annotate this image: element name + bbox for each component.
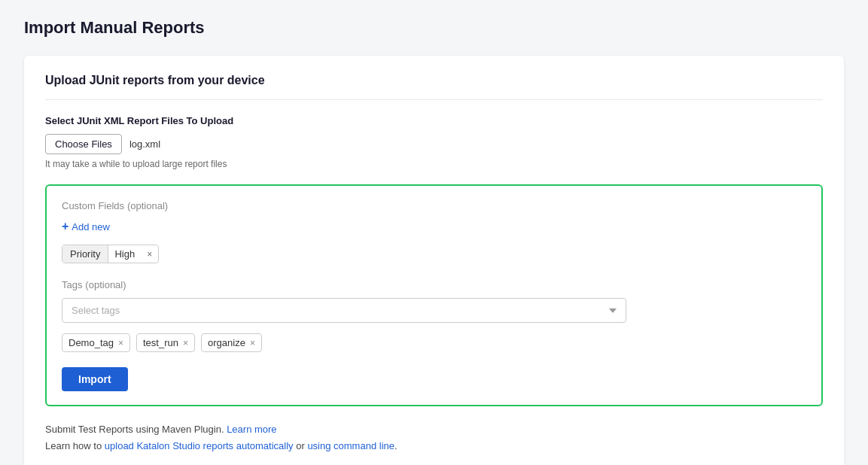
custom-fields-list: Priority High ×	[62, 245, 806, 263]
field-chip-value: High	[108, 245, 141, 263]
file-name: log.xml	[129, 138, 160, 150]
tag-chip: organize ×	[201, 333, 262, 352]
import-button[interactable]: Import	[62, 367, 128, 391]
tag-chip-close-icon[interactable]: ×	[118, 339, 123, 348]
field-chip-key: Priority	[62, 245, 108, 263]
tags-chips-row: Demo_tag × test_run × organize ×	[62, 333, 806, 352]
add-new-label: Add new	[72, 221, 110, 232]
footer-text1: Submit Test Reports using Maven Plugin.	[45, 424, 224, 435]
field-chip-close-icon[interactable]: ×	[141, 246, 158, 263]
field-chip: Priority High ×	[62, 245, 159, 263]
tag-chip-label: test_run	[143, 337, 178, 348]
card-title: Upload JUnit reports from your device	[45, 74, 823, 100]
tag-chip-close-icon[interactable]: ×	[183, 339, 188, 348]
tags-label: Tags (optional)	[62, 278, 806, 290]
upload-katalon-link[interactable]: upload Katalon Studio reports automatica…	[105, 440, 294, 451]
upload-hint: It may take a while to upload large repo…	[45, 159, 823, 169]
custom-fields-box: Custom Fields (optional) + Add new Prior…	[45, 184, 823, 406]
learn-more-link[interactable]: Learn more	[227, 424, 276, 435]
tag-chip-label: organize	[208, 337, 245, 348]
plus-icon: +	[62, 220, 69, 232]
main-card: Upload JUnit reports from your device Se…	[24, 56, 844, 465]
footer-text: Submit Test Reports using Maven Plugin. …	[45, 421, 823, 454]
tag-chip: test_run ×	[136, 333, 195, 352]
file-section-label: Select JUnit XML Report Files To Upload	[45, 115, 823, 126]
tags-optional: (optional)	[85, 279, 126, 290]
tags-select[interactable]: Select tags	[62, 298, 626, 323]
tag-chip: Demo_tag ×	[62, 333, 130, 352]
file-upload-row: Choose Files log.xml	[45, 134, 823, 154]
tag-chip-label: Demo_tag	[69, 337, 114, 348]
choose-files-button[interactable]: Choose Files	[45, 134, 122, 154]
add-new-link[interactable]: + Add new	[62, 220, 110, 232]
footer-text2: Learn how to	[45, 440, 102, 451]
command-line-link[interactable]: using command line	[307, 440, 394, 451]
page-title: Import Manual Reports	[24, 18, 844, 38]
tag-chip-close-icon[interactable]: ×	[250, 339, 255, 348]
custom-fields-header: Custom Fields (optional)	[62, 199, 806, 211]
